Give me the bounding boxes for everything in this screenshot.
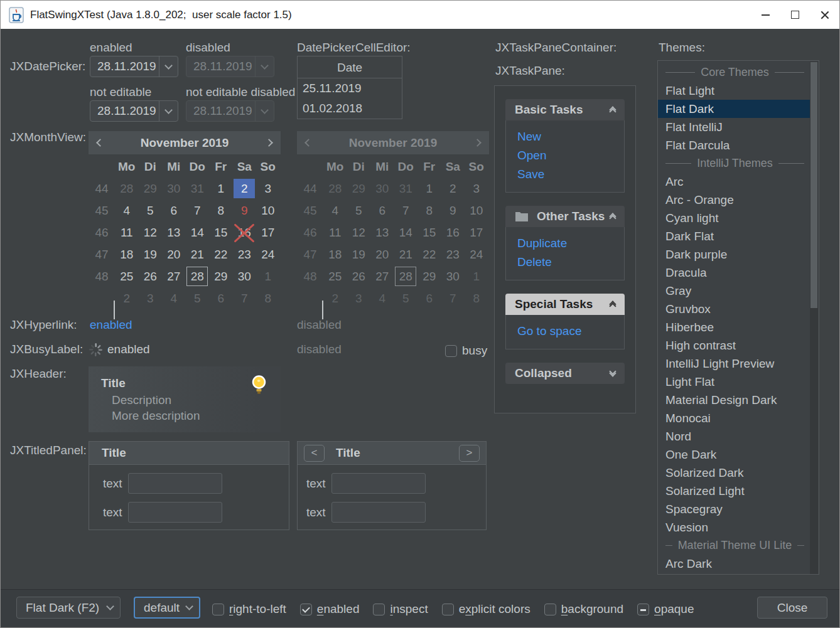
day-cell[interactable]: 18 bbox=[325, 245, 346, 264]
theme-item[interactable]: Vuesion bbox=[658, 518, 812, 536]
day-cell[interactable]: 17 bbox=[466, 223, 487, 242]
theme-combobox[interactable]: Flat Dark (F2) bbox=[16, 597, 121, 619]
day-cell[interactable]: 15 bbox=[210, 223, 232, 242]
day-cell[interactable]: 28 bbox=[186, 267, 208, 286]
taskpane-header[interactable]: Collapsed bbox=[505, 363, 625, 384]
checkbox-box[interactable] bbox=[373, 604, 385, 615]
maximize-button[interactable] bbox=[780, 1, 810, 29]
theme-item[interactable]: Cyan light bbox=[658, 209, 812, 227]
taskpane-action[interactable]: Duplicate bbox=[506, 234, 624, 253]
day-cell[interactable]: 7 bbox=[234, 289, 255, 308]
text-field[interactable] bbox=[128, 473, 222, 494]
checkbox-box[interactable] bbox=[442, 604, 454, 615]
day-cell[interactable]: 8 bbox=[257, 289, 279, 308]
theme-item[interactable]: Hiberbee bbox=[658, 318, 812, 336]
theme-item[interactable]: Arc Dark Contrast bbox=[658, 573, 812, 575]
day-cell[interactable]: 29 bbox=[348, 179, 369, 198]
checkbox-box[interactable] bbox=[300, 604, 312, 615]
day-cell[interactable]: 1 bbox=[210, 179, 232, 198]
theme-item[interactable]: Nord bbox=[658, 427, 812, 445]
day-cell[interactable]: 3 bbox=[139, 289, 161, 308]
day-cell[interactable]: 7 bbox=[395, 201, 416, 220]
day-cell[interactable]: 13 bbox=[163, 223, 185, 242]
day-cell[interactable]: 2 bbox=[116, 289, 137, 308]
datepicker-dropdown-button[interactable] bbox=[159, 56, 178, 77]
theme-item[interactable]: Solarized Dark bbox=[658, 464, 812, 482]
day-cell[interactable]: 8 bbox=[466, 289, 487, 308]
checkbox-inspect[interactable]: inspect bbox=[373, 602, 428, 616]
text-field[interactable] bbox=[331, 502, 426, 523]
day-cell[interactable]: 11 bbox=[325, 223, 346, 242]
day-cell[interactable]: 28 bbox=[116, 179, 137, 198]
day-cell[interactable]: 16 bbox=[442, 223, 463, 242]
scrollbar-track[interactable] bbox=[810, 61, 818, 575]
panel-next-button[interactable]: > bbox=[459, 445, 480, 462]
day-cell[interactable]: 27 bbox=[163, 267, 185, 286]
day-cell[interactable]: 10 bbox=[466, 201, 487, 220]
day-cell[interactable]: 2 bbox=[325, 289, 346, 308]
day-cell[interactable]: 1 bbox=[466, 267, 487, 286]
hyperlink-enabled[interactable]: enabled bbox=[90, 318, 132, 332]
prev-month-button[interactable] bbox=[97, 140, 103, 146]
theme-item[interactable]: Flat Darcula bbox=[658, 136, 812, 154]
table-row[interactable]: 25.11.2019 bbox=[298, 78, 402, 98]
day-cell[interactable]: 31 bbox=[186, 179, 208, 198]
day-cell[interactable]: 5 bbox=[395, 289, 416, 308]
theme-item[interactable]: Gray bbox=[658, 282, 812, 300]
checkbox-opaque[interactable]: opaque bbox=[637, 602, 694, 616]
theme-item[interactable]: Light Flat bbox=[658, 373, 812, 391]
theme-item[interactable]: Arc bbox=[658, 173, 812, 191]
day-cell[interactable]: 20 bbox=[372, 245, 393, 264]
day-cell[interactable]: 30 bbox=[442, 267, 463, 286]
date-value[interactable]: 28.11.2019 bbox=[90, 101, 159, 121]
day-cell[interactable]: 17 bbox=[257, 223, 279, 242]
theme-item[interactable]: Arc Dark bbox=[658, 555, 812, 573]
day-cell[interactable]: 1 bbox=[419, 179, 440, 198]
taskpane-action[interactable]: Open bbox=[506, 146, 624, 165]
day-cell[interactable]: 19 bbox=[348, 245, 369, 264]
theme-item[interactable]: Flat Light bbox=[658, 82, 812, 100]
taskpane-action[interactable]: Delete bbox=[506, 253, 624, 272]
taskpane-header[interactable]: Basic Tasks bbox=[505, 99, 625, 120]
day-cell[interactable]: 15 bbox=[419, 223, 440, 242]
datepicker-enabled[interactable]: 28.11.2019 bbox=[90, 56, 178, 77]
theme-item[interactable]: Dracula bbox=[658, 263, 812, 282]
checkbox-box[interactable] bbox=[544, 604, 556, 615]
theme-item[interactable]: IntelliJ Light Preview bbox=[658, 354, 812, 373]
datepicker-not-editable[interactable]: 28.11.2019 bbox=[90, 100, 178, 122]
day-cell[interactable]: 4 bbox=[163, 289, 185, 308]
day-cell[interactable]: 3 bbox=[466, 179, 487, 198]
day-cell[interactable]: 11 bbox=[116, 223, 137, 242]
checkbox-background[interactable]: background bbox=[544, 602, 623, 616]
taskpane-header[interactable]: Special Tasks bbox=[505, 294, 625, 315]
day-cell[interactable]: 13 bbox=[372, 223, 393, 242]
day-cell[interactable]: 29 bbox=[139, 179, 161, 198]
day-cell[interactable]: 21 bbox=[395, 245, 416, 264]
day-cell[interactable]: 7 bbox=[442, 289, 463, 308]
day-cell[interactable]: 2 bbox=[442, 179, 463, 198]
day-cell[interactable]: 23 bbox=[234, 245, 255, 264]
date-value[interactable]: 28.11.2019 bbox=[90, 56, 159, 77]
expand-icon[interactable] bbox=[610, 371, 615, 376]
prev-month-button[interactable] bbox=[306, 140, 311, 146]
checkbox-box[interactable] bbox=[637, 604, 649, 615]
checkbox-box[interactable] bbox=[212, 604, 224, 615]
day-cell[interactable]: 29 bbox=[210, 267, 232, 286]
day-cell[interactable]: 4 bbox=[325, 201, 346, 220]
day-cell[interactable]: 8 bbox=[210, 201, 232, 220]
datepicker-dropdown-button[interactable] bbox=[159, 101, 178, 121]
day-cell[interactable]: 26 bbox=[139, 267, 161, 286]
day-cell[interactable]: 5 bbox=[139, 201, 161, 220]
mode-combobox[interactable]: default bbox=[134, 597, 200, 619]
table-row[interactable]: 01.02.2018 bbox=[298, 98, 402, 119]
day-cell[interactable]: 3 bbox=[348, 289, 369, 308]
day-cell[interactable]: 10 bbox=[257, 201, 279, 220]
collapse-icon[interactable] bbox=[610, 300, 615, 309]
day-cell[interactable]: 27 bbox=[372, 267, 393, 286]
day-cell[interactable]: 24 bbox=[466, 245, 487, 264]
day-cell[interactable]: 28 bbox=[395, 267, 416, 286]
taskpane-action[interactable]: Go to space bbox=[506, 322, 624, 341]
day-cell[interactable]: 22 bbox=[419, 245, 440, 264]
day-cell[interactable]: 12 bbox=[139, 223, 161, 242]
theme-item[interactable]: Monocai bbox=[658, 409, 812, 427]
